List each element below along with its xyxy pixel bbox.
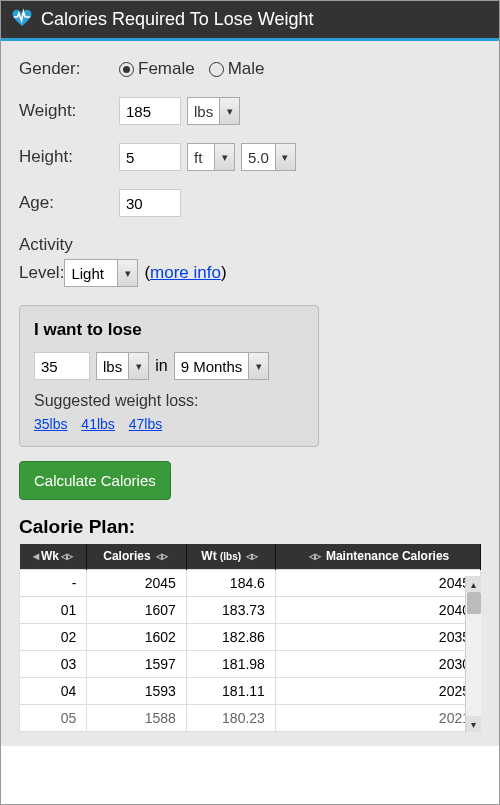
weight-label: Weight: <box>19 101 119 121</box>
page-title: Calories Required To Lose Weight <box>41 9 314 30</box>
chevron-down-icon: ▾ <box>275 144 295 170</box>
activity-label-l1: Activity <box>19 235 481 255</box>
table-row: 021602182.862035 <box>20 624 481 651</box>
col-wt[interactable]: Wt (lbs) ◃▹ <box>186 544 275 570</box>
heartbeat-icon <box>11 7 41 32</box>
chevron-down-icon: ▾ <box>214 144 234 170</box>
scroll-thumb[interactable] <box>467 592 481 614</box>
suggested-link-0[interactable]: 35lbs <box>34 416 67 432</box>
col-calories[interactable]: Calories ◃▹ <box>87 544 187 570</box>
gender-row: Gender: Female Male <box>19 59 481 79</box>
lose-box: I want to lose lbs ▾ in 9 Months ▾ Sugge… <box>19 305 319 447</box>
lose-heading: I want to lose <box>34 320 304 340</box>
height-label: Height: <box>19 147 119 167</box>
height-feet-input[interactable] <box>119 143 181 171</box>
gender-female-radio[interactable]: Female <box>119 59 195 79</box>
age-row: Age: <box>19 189 481 217</box>
table-row: -2045184.62045 <box>20 570 481 597</box>
lose-amount-input[interactable] <box>34 352 90 380</box>
table-row: 041593181.112025 <box>20 678 481 705</box>
weight-input[interactable] <box>119 97 181 125</box>
gender-label: Gender: <box>19 59 119 79</box>
form-area: Gender: Female Male Weight: lbs ▾ Height… <box>1 41 499 746</box>
calorie-plan-table-wrap: ◂Wk◃▹ Calories ◃▹ Wt (lbs) ◃▹ ◃▹ Mainten… <box>19 544 481 732</box>
suggested-label: Suggested weight loss: <box>34 392 304 410</box>
table-row: 031597181.982030 <box>20 651 481 678</box>
chevron-down-icon: ▾ <box>219 98 239 124</box>
col-wk[interactable]: ◂Wk◃▹ <box>20 544 87 570</box>
activity-level-select[interactable]: Light ▾ <box>64 259 138 287</box>
lose-in-label: in <box>155 357 167 375</box>
calorie-plan-table: ◂Wk◃▹ Calories ◃▹ Wt (lbs) ◃▹ ◃▹ Mainten… <box>19 544 481 732</box>
radio-unselected-icon <box>209 62 224 77</box>
scroll-up-icon[interactable]: ▴ <box>466 576 481 592</box>
calculate-button[interactable]: Calculate Calories <box>19 461 171 500</box>
title-bar: Calories Required To Lose Weight <box>1 1 499 41</box>
table-row: 011607183.732040 <box>20 597 481 624</box>
chevron-down-icon: ▾ <box>128 353 148 379</box>
chevron-down-icon: ▾ <box>117 260 137 286</box>
calorie-plan-heading: Calorie Plan: <box>19 516 481 538</box>
age-input[interactable] <box>119 189 181 217</box>
height-feet-unit-select[interactable]: ft ▾ <box>187 143 235 171</box>
weight-row: Weight: lbs ▾ <box>19 97 481 125</box>
weight-unit-select[interactable]: lbs ▾ <box>187 97 240 125</box>
gender-male-radio[interactable]: Male <box>209 59 265 79</box>
table-scrollbar[interactable]: ▴ ▾ <box>465 576 481 732</box>
height-inches-select[interactable]: 5.0 ▾ <box>241 143 296 171</box>
suggested-link-1[interactable]: 41lbs <box>81 416 114 432</box>
suggested-link-2[interactable]: 47lbs <box>129 416 162 432</box>
scroll-down-icon[interactable]: ▾ <box>466 716 481 732</box>
lose-duration-select[interactable]: 9 Months ▾ <box>174 352 270 380</box>
height-row: Height: ft ▾ 5.0 ▾ <box>19 143 481 171</box>
activity-row: Activity Level: Light ▾ (more info) <box>19 235 481 287</box>
table-row: 051588180.232021 <box>20 705 481 732</box>
lose-unit-select[interactable]: lbs ▾ <box>96 352 149 380</box>
more-info-link[interactable]: more info <box>150 263 221 282</box>
chevron-down-icon: ▾ <box>248 353 268 379</box>
age-label: Age: <box>19 193 119 213</box>
radio-selected-icon <box>119 62 134 77</box>
activity-label-l2: Level: <box>19 263 64 283</box>
col-maint[interactable]: ◃▹ Maintenance Calories <box>275 544 480 570</box>
